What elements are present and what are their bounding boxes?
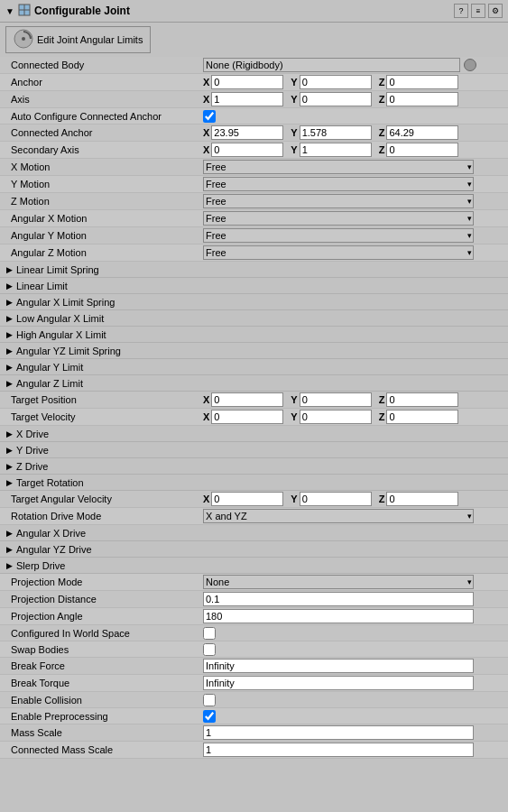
enable-collision-value	[203, 694, 508, 706]
axis-z-label: Z	[379, 94, 385, 105]
auto-configure-row: Auto Configure Connected Anchor	[0, 108, 508, 125]
break-torque-row: Break Torque	[0, 675, 508, 692]
connected-mass-scale-input[interactable]	[203, 743, 474, 757]
anchor-z-input[interactable]	[386, 75, 458, 89]
connected-anchor-z-input[interactable]	[386, 125, 458, 140]
angular-x-limit-spring-foldout[interactable]: ▶ Angular X Limit Spring	[0, 294, 508, 310]
projection-mode-row: Projection Mode NonePositionOnlyPosition…	[0, 574, 508, 591]
y-motion-select[interactable]: FreeLimitedLocked	[203, 177, 474, 191]
x-motion-row: X Motion FreeLimitedLocked	[0, 159, 508, 176]
slerp-drive-arrow: ▶	[4, 561, 14, 570]
x-motion-select[interactable]: FreeLimitedLocked	[203, 160, 474, 174]
axis-z-input[interactable]	[386, 92, 458, 106]
projection-distance-value	[203, 592, 508, 606]
target-angular-velocity-label: Target Angular Velocity	[0, 494, 203, 504]
angular-x-drive-foldout[interactable]: ▶ Angular X Drive	[0, 525, 508, 541]
z-motion-select[interactable]: FreeLimitedLocked	[203, 194, 474, 208]
target-position-y-input[interactable]	[300, 392, 372, 407]
target-angular-velocity-z-label: Z	[379, 494, 385, 504]
connected-anchor-label: Connected Anchor	[0, 127, 203, 138]
x-drive-foldout[interactable]: ▶ X Drive	[0, 426, 508, 442]
target-angular-velocity-x-input[interactable]	[211, 492, 283, 506]
target-position-z-input[interactable]	[386, 392, 458, 407]
target-angular-velocity-row: Target Angular Velocity X Y Z	[0, 491, 508, 508]
angular-x-motion-select[interactable]: FreeLimitedLocked	[203, 211, 474, 226]
connected-anchor-x-input[interactable]	[211, 125, 283, 140]
z-motion-row: Z Motion FreeLimitedLocked	[0, 193, 508, 210]
break-force-label: Break Force	[0, 660, 203, 671]
secondary-axis-x-input[interactable]	[211, 143, 283, 157]
target-position-x-input[interactable]	[211, 392, 283, 407]
break-force-input[interactable]	[203, 659, 474, 673]
axis-y-label: Y	[291, 94, 297, 105]
secondary-axis-z-label: Z	[379, 144, 385, 155]
edit-joint-icon	[14, 29, 33, 51]
target-velocity-row: Target Velocity X Y Z	[0, 409, 508, 426]
target-angular-velocity-z-input[interactable]	[386, 492, 458, 506]
target-position-row: Target Position X Y Z	[0, 392, 508, 409]
axis-x-input[interactable]	[211, 92, 283, 106]
z-motion-label: Z Motion	[0, 196, 203, 207]
connected-body-picker[interactable]	[464, 59, 476, 71]
target-velocity-x-input[interactable]	[211, 410, 283, 424]
configured-in-world-space-checkbox[interactable]	[203, 627, 216, 640]
anchor-x-input[interactable]	[211, 75, 283, 89]
connected-body-value	[203, 58, 508, 72]
angular-y-motion-select[interactable]: FreeLimitedLocked	[203, 228, 474, 243]
connected-anchor-row: Connected Anchor X Y Z	[0, 125, 508, 142]
high-angular-x-limit-label: High Angular X Limit	[14, 329, 106, 340]
z-drive-foldout[interactable]: ▶ Z Drive	[0, 458, 508, 475]
connected-anchor-y-input[interactable]	[300, 125, 372, 140]
mass-scale-input[interactable]	[203, 725, 474, 740]
enable-preprocessing-checkbox[interactable]	[203, 710, 216, 723]
rotation-drive-mode-select[interactable]: X and YZSlerp	[203, 509, 474, 523]
angular-x-drive-arrow: ▶	[4, 529, 14, 538]
low-angular-x-limit-arrow: ▶	[4, 314, 14, 323]
linear-limit-spring-foldout[interactable]: ▶ Linear Limit Spring	[0, 262, 508, 278]
slerp-drive-foldout[interactable]: ▶ Slerp Drive	[0, 558, 508, 574]
enable-preprocessing-row: Enable Preprocessing	[0, 708, 508, 724]
help-button[interactable]: ?	[454, 4, 468, 18]
target-angular-velocity-y-input[interactable]	[300, 492, 372, 506]
connected-anchor-value: X Y Z	[203, 125, 508, 140]
auto-configure-checkbox[interactable]	[203, 110, 216, 123]
linear-limit-spring-label: Linear Limit Spring	[14, 264, 99, 275]
secondary-axis-z-input[interactable]	[386, 143, 458, 157]
low-angular-x-limit-foldout[interactable]: ▶ Low Angular X Limit	[0, 310, 508, 327]
projection-distance-input[interactable]	[203, 592, 474, 606]
projection-angle-label: Projection Angle	[0, 611, 203, 622]
enable-collision-checkbox[interactable]	[203, 694, 216, 706]
target-velocity-z-input[interactable]	[386, 410, 458, 424]
configured-in-world-space-row: Configured In World Space	[0, 625, 508, 641]
z-motion-select-wrapper: FreeLimitedLocked	[203, 194, 474, 208]
target-velocity-y-input[interactable]	[300, 410, 372, 424]
y-drive-foldout[interactable]: ▶ Y Drive	[0, 442, 508, 458]
angular-z-limit-foldout[interactable]: ▶ Angular Z Limit	[0, 375, 508, 392]
projection-mode-value: NonePositionOnlyPositionAndRotation	[203, 575, 508, 589]
break-torque-input[interactable]	[203, 676, 474, 690]
connected-body-input[interactable]	[203, 58, 460, 72]
settings-button[interactable]: ⚙	[488, 4, 503, 18]
projection-mode-select[interactable]: NonePositionOnlyPositionAndRotation	[203, 575, 474, 589]
edit-joint-button[interactable]: Edit Joint Angular Limits	[5, 26, 151, 53]
swap-bodies-label: Swap Bodies	[0, 644, 203, 655]
anchor-z-label: Z	[379, 77, 385, 88]
linear-limit-foldout[interactable]: ▶ Linear Limit	[0, 278, 508, 294]
angular-yz-drive-foldout[interactable]: ▶ Angular YZ Drive	[0, 541, 508, 558]
target-angular-velocity-value: X Y Z	[203, 492, 508, 506]
expand-icon[interactable]: ▼	[5, 6, 14, 16]
high-angular-x-limit-foldout[interactable]: ▶ High Angular X Limit	[0, 327, 508, 343]
target-rotation-arrow: ▶	[4, 478, 14, 487]
angular-y-limit-foldout[interactable]: ▶ Angular Y Limit	[0, 359, 508, 375]
secondary-axis-y-input[interactable]	[300, 143, 372, 157]
swap-bodies-checkbox[interactable]	[203, 643, 216, 656]
projection-angle-input[interactable]	[203, 609, 474, 623]
angular-yz-limit-spring-foldout[interactable]: ▶ Angular YZ Limit Spring	[0, 343, 508, 359]
y-motion-label: Y Motion	[0, 179, 203, 189]
preset-button[interactable]: ≡	[471, 4, 485, 18]
angular-z-motion-select[interactable]: FreeLimitedLocked	[203, 245, 474, 260]
rotation-drive-mode-value: X and YZSlerp	[203, 509, 508, 523]
target-rotation-foldout[interactable]: ▶ Target Rotation	[0, 475, 508, 491]
axis-y-input[interactable]	[300, 92, 372, 106]
anchor-y-input[interactable]	[300, 75, 372, 89]
